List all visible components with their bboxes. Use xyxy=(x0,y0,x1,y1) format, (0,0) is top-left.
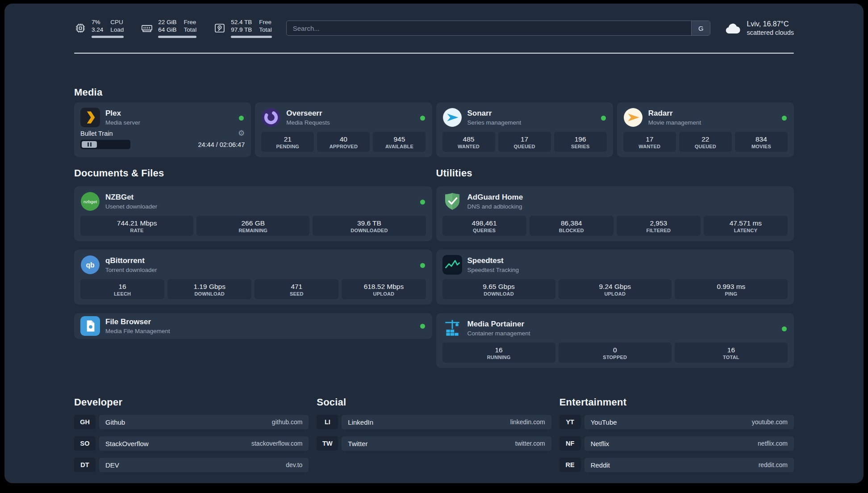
card-qbittorrent[interactable]: qb qBittorrent Torrent downloader 16 xyxy=(74,250,432,305)
app-meta: qBittorrent Torrent downloader xyxy=(105,256,157,274)
app-subtitle: Media server xyxy=(105,119,140,126)
stat-running: 16 RUNNING xyxy=(442,343,555,363)
playback-progress-bar[interactable] xyxy=(80,140,130,149)
filebrowser-icon xyxy=(80,316,100,336)
app-name: Plex xyxy=(105,109,140,118)
cpu-icon xyxy=(74,22,87,34)
stat-queued: 22 QUEUED xyxy=(679,132,732,152)
bookmark-group-developer: Developer GH Github github.com SO StackO… xyxy=(74,397,309,472)
card-overseerr[interactable]: Overseerr Media Requests 21 PENDING 40 A… xyxy=(255,102,432,157)
utilities-cards: AdGuard Home DNS and adblocking 498,461 … xyxy=(436,186,794,368)
app-meta: Radarr Movie management xyxy=(648,109,701,126)
radarr-icon xyxy=(623,108,643,127)
disk-icon xyxy=(213,22,226,34)
bookmark-stackoverflow[interactable]: SO StackOverflow stackoverflow.com xyxy=(74,436,309,451)
ram-free: 22 GiB xyxy=(158,18,176,26)
weather-widget: Lviv, 16.87°C scattered clouds xyxy=(724,20,794,37)
playback-time: 24:44 / 02:06:47 xyxy=(198,141,245,148)
now-playing-title: Bullet Train xyxy=(80,130,113,137)
stat-wanted: 17 WANTED xyxy=(623,132,676,152)
stats-row: 744.21 Mbps RATE 266 GB REMAINING 39.6 T… xyxy=(80,216,426,236)
card-radarr[interactable]: Radarr Movie management 17 WANTED 22 QUE… xyxy=(617,102,794,157)
bookmark-linkedin[interactable]: LI LinkedIn linkedin.com xyxy=(317,415,551,429)
overseerr-icon xyxy=(261,108,281,127)
bookmark-youtube[interactable]: YT YouTube youtube.com xyxy=(559,415,794,429)
app-subtitle: Container management xyxy=(467,330,530,337)
cpu-label: CPU xyxy=(110,18,124,26)
stat-pending: 21 PENDING xyxy=(261,132,314,152)
card-nzbget[interactable]: nzbget NZBGet Usenet downloader 744.21 M… xyxy=(74,186,432,241)
pause-button[interactable] xyxy=(82,141,97,148)
stat-series: 196 SERIES xyxy=(554,132,607,152)
status-dot xyxy=(420,116,425,121)
bookmark-abbr: TW xyxy=(317,436,338,451)
bookmark-github[interactable]: GH Github github.com xyxy=(74,415,309,429)
plex-icon xyxy=(80,108,100,127)
app-meta: NZBGet Usenet downloader xyxy=(105,192,157,210)
card-plex[interactable]: Plex Media server Bullet Train ⚙ 24:44 xyxy=(74,102,251,157)
bookmark-bar: StackOverflow stackoverflow.com xyxy=(99,436,309,451)
cpu-widget: 7% 3.24 CPU Load xyxy=(74,18,124,38)
status-dot xyxy=(601,116,606,121)
app-meta: Plex Media server xyxy=(105,109,140,126)
ram-icon xyxy=(141,22,153,34)
bookmark-abbr: LI xyxy=(317,415,338,429)
card-portainer[interactable]: Media Portainer Container management 16 … xyxy=(436,313,794,368)
gear-icon[interactable]: ⚙ xyxy=(238,130,245,137)
qbittorrent-icon: qb xyxy=(80,255,100,275)
card-sonarr[interactable]: Sonarr Series management 485 WANTED 17 Q… xyxy=(436,102,613,157)
bookmark-reddit[interactable]: RE Reddit reddit.com xyxy=(559,458,794,472)
bookmark-bar: Twitter twitter.com xyxy=(342,436,551,451)
status-dot xyxy=(782,326,787,331)
ram-total: 64 GiB xyxy=(158,26,176,33)
portainer-icon xyxy=(442,318,462,338)
stat-total: 16 TOTAL xyxy=(675,343,788,363)
status-dot xyxy=(239,116,244,121)
cpu-load-avg: 3.24 xyxy=(92,26,103,33)
bookmark-bar: LinkedIn linkedin.com xyxy=(342,415,551,429)
bookmark-group-entertainment: Entertainment YT YouTube youtube.com NF … xyxy=(559,397,794,472)
bookmark-abbr: NF xyxy=(559,436,581,451)
bookmark-twitter[interactable]: TW Twitter twitter.com xyxy=(317,436,551,451)
app-name: Speedtest xyxy=(467,256,519,265)
stat-download: 9.65 Gbps DOWNLOAD xyxy=(442,279,555,299)
card-header: qb qBittorrent Torrent downloader xyxy=(80,255,426,275)
app-meta: File Browser Media File Management xyxy=(105,317,170,335)
stats-row: 16 RUNNING 0 STOPPED 16 TOTAL xyxy=(442,343,788,363)
bookmark-abbr: YT xyxy=(559,415,581,429)
stat-download: 1.19 Gbps DOWNLOAD xyxy=(167,279,251,299)
card-filebrowser[interactable]: File Browser Media File Management xyxy=(74,313,432,339)
app-name: NZBGet xyxy=(105,192,157,202)
stats-row: 17 WANTED 22 QUEUED 834 MOVIES xyxy=(623,132,788,152)
section-title-social: Social xyxy=(317,397,551,408)
stat-upload: 618.52 Mbps UPLOAD xyxy=(342,279,426,299)
bookmark-bar: Netflix netflix.com xyxy=(584,436,794,451)
app-name: Overseerr xyxy=(286,109,330,118)
search-input[interactable] xyxy=(287,21,692,35)
bookmark-abbr: DT xyxy=(74,458,96,472)
weather-text: Lviv, 16.87°C scattered clouds xyxy=(747,20,794,37)
card-header: nzbget NZBGet Usenet downloader xyxy=(80,192,426,211)
bookmark-dev[interactable]: DT DEV dev.to xyxy=(74,458,309,472)
stats-row: 21 PENDING 40 APPROVED 945 AVAILABLE xyxy=(261,132,426,152)
app-subtitle: Media Requests xyxy=(286,119,330,126)
app-name: File Browser xyxy=(105,317,170,326)
app-subtitle: Media File Management xyxy=(105,327,170,335)
stat-leech: 16 LEECH xyxy=(80,279,164,299)
card-speedtest[interactable]: Speedtest Speedtest Tracking 9.65 Gbps D… xyxy=(436,250,794,305)
header-divider xyxy=(74,53,794,54)
app-name: AdGuard Home xyxy=(467,192,523,202)
card-adguard[interactable]: AdGuard Home DNS and adblocking 498,461 … xyxy=(436,186,794,241)
section-title-utilities: Utilities xyxy=(436,167,794,179)
bookmark-netflix[interactable]: NF Netflix netflix.com xyxy=(559,436,794,451)
stat-upload: 9.24 Gbps UPLOAD xyxy=(559,279,672,299)
app-subtitle: Usenet downloader xyxy=(105,203,157,210)
search-engine-button[interactable]: G xyxy=(691,21,710,35)
ram-free-label: Free xyxy=(184,18,197,26)
card-header: Plex Media server xyxy=(80,108,245,127)
card-header: Overseerr Media Requests xyxy=(261,108,426,127)
bookmark-bar: YouTube youtube.com xyxy=(584,415,794,429)
app-subtitle: DNS and adblocking xyxy=(467,203,523,210)
stat-queued: 17 QUEUED xyxy=(498,132,551,152)
dashboard: 7% 3.24 CPU Load xyxy=(4,4,864,483)
